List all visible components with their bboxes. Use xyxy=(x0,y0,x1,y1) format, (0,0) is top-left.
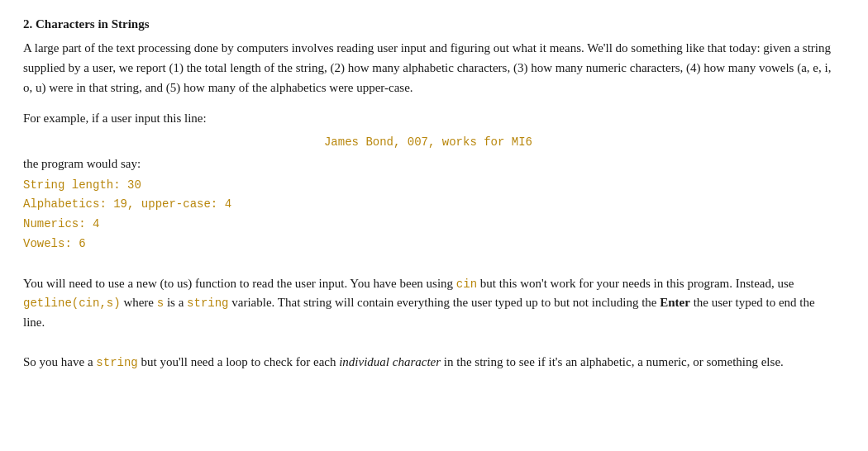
paragraph-3: So you have a string but you'll need a l… xyxy=(23,353,833,373)
paragraph-2: You will need to use a new (to us) funct… xyxy=(23,274,833,333)
example-input-code: James Bond, 007, works for MI6 xyxy=(324,135,532,149)
paragraph-2-text-3: where xyxy=(121,296,157,309)
output-line-1: String length: 30 xyxy=(23,176,833,196)
paragraph-3-text-1: So you have a xyxy=(23,355,96,368)
paragraph-2-text-1: You will need to use a new (to us) funct… xyxy=(23,277,456,290)
output-line-4: Vowels: 6 xyxy=(23,235,833,254)
section-title: 2. Characters in Strings xyxy=(23,15,833,34)
example-intro: For example, if a user input this line: xyxy=(23,109,833,128)
paragraph-3-text-2: but you'll need a loop to check for each xyxy=(138,355,339,368)
content-area: 2. Characters in Strings A large part of… xyxy=(23,15,833,372)
paragraph-2-getline: getline(cin,s) xyxy=(23,297,121,310)
paragraph-2-text-5: variable. That string will contain every… xyxy=(229,296,661,309)
paragraph-2-string1: string xyxy=(187,297,228,310)
paragraph-3-text-3: in the string to see if it's an alphabet… xyxy=(441,355,784,368)
output-block: String length: 30 Alphabetics: 19, upper… xyxy=(23,176,833,254)
paragraph-2-text-2: but this won't work for your needs in th… xyxy=(477,277,794,290)
paragraph-1: A large part of the text processing done… xyxy=(23,39,833,97)
paragraph-2-s: s xyxy=(157,297,164,310)
output-line-2: Alphabetics: 19, upper-case: 4 xyxy=(23,195,833,215)
program-would-say: the program would say: xyxy=(23,154,833,173)
output-line-3: Numerics: 4 xyxy=(23,215,833,235)
paragraph-3-italic: individual character xyxy=(339,355,441,368)
paragraph-2-enter: Enter xyxy=(660,296,690,309)
paragraph-3-string: string xyxy=(96,356,137,369)
paragraph-2-cin: cin xyxy=(456,278,477,291)
paragraph-2-text-4: is a xyxy=(164,296,187,309)
